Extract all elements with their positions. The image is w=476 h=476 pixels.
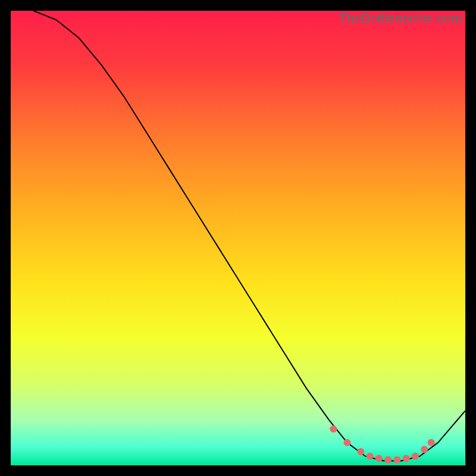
highlight-dot: [428, 439, 435, 446]
highlight-dot: [412, 453, 419, 460]
highlight-dot: [393, 456, 400, 464]
highlight-dot: [343, 439, 350, 446]
watermark-text: TheBottlenecker.com: [339, 11, 462, 26]
chart-svg: TheBottlenecker.com: [11, 11, 465, 465]
highlight-dot: [375, 455, 383, 462]
chart-frame: TheBottlenecker.com: [0, 0, 476, 476]
gradient-background: [11, 11, 465, 465]
highlight-dot: [384, 456, 392, 464]
highlight-dot: [357, 448, 364, 455]
highlight-dot: [367, 453, 374, 460]
highlight-dot: [403, 455, 410, 462]
chart-plot-area: TheBottlenecker.com: [11, 11, 465, 465]
highlight-dot: [421, 446, 428, 453]
highlight-dot: [330, 425, 337, 433]
